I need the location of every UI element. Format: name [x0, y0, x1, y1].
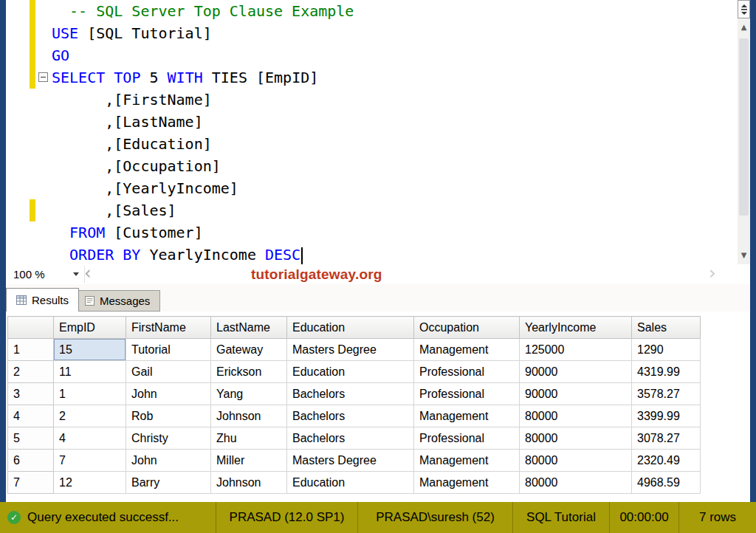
grid-cell[interactable]: 1290 [632, 339, 701, 361]
grid-cell[interactable]: 1 [54, 383, 126, 405]
code-token-keyword: GO [52, 47, 69, 64]
grid-cell[interactable]: 2 [54, 405, 126, 427]
grid-cell[interactable]: John [126, 383, 211, 405]
grid-cell[interactable]: Masters Degree [287, 450, 414, 472]
grid-cell[interactable]: 11 [54, 361, 126, 383]
grid-cell[interactable]: Gail [126, 361, 211, 383]
grid-cell[interactable]: Gateway [211, 339, 287, 361]
code-line[interactable]: -- SQL Server Top Clause Example [52, 0, 735, 22]
column-header-firstname[interactable]: FirstName [126, 317, 211, 339]
grid-cell[interactable]: 4319.99 [632, 361, 701, 383]
grid-cell[interactable]: 80000 [520, 450, 632, 472]
grid-cell[interactable]: 15 [54, 339, 126, 361]
column-header-sales[interactable]: Sales [632, 317, 701, 339]
code-line[interactable]: GO [52, 44, 735, 66]
row-header[interactable]: 4 [8, 405, 54, 427]
zoom-dropdown[interactable]: 100 % [7, 266, 85, 283]
grid-cell[interactable]: Bachelors [287, 405, 414, 427]
grid-cell[interactable]: 12 [54, 472, 126, 494]
query-editor[interactable]: -- SQL Server Top Clause ExampleUSE [SQL… [6, 0, 738, 264]
grid-cell[interactable]: 7 [54, 450, 126, 472]
grid-cell[interactable]: Rob [126, 405, 211, 427]
watermark-text: tutorialgateway.org [251, 264, 382, 284]
scroll-right-icon[interactable]: › [709, 264, 716, 284]
grid-cell[interactable]: Johnson [211, 405, 287, 427]
code-lines[interactable]: -- SQL Server Top Clause ExampleUSE [SQL… [52, 0, 735, 264]
grid-cell[interactable]: Management [414, 472, 520, 494]
grid-cell[interactable]: Management [414, 450, 520, 472]
column-header-empid[interactable]: EmpID [54, 317, 126, 339]
results-tabstrip: Results Messages [6, 284, 750, 312]
grid-cell[interactable]: Education [287, 361, 414, 383]
grid-cell[interactable]: 90000 [520, 383, 632, 405]
code-token-comment: -- SQL Server Top Clause Example [69, 2, 354, 20]
grid-cell[interactable]: Bachelors [287, 427, 414, 450]
grid-cell[interactable]: 4 [54, 427, 126, 450]
grid-cell[interactable]: Management [414, 339, 520, 361]
split-window-handle[interactable] [738, 0, 750, 18]
grid-cell[interactable]: 125000 [520, 339, 632, 361]
row-header[interactable]: 3 [8, 383, 54, 405]
grid-cell[interactable]: Professional [414, 427, 520, 450]
column-header-lastname[interactable]: LastName [211, 317, 287, 339]
grid-cell[interactable]: 90000 [520, 361, 632, 383]
grid-cell[interactable]: 4968.59 [632, 472, 701, 494]
column-header-yearlyincome[interactable]: YearlyIncome [520, 317, 632, 339]
grid-cell[interactable]: Education [287, 472, 414, 494]
code-token-identifier: ,[FirstName] [105, 91, 212, 109]
grid-cell[interactable]: 80000 [520, 472, 632, 494]
code-line[interactable]: ,[FirstName] [52, 89, 735, 111]
grid-cell[interactable]: John [126, 450, 211, 472]
grid-cell[interactable]: Management [414, 405, 520, 427]
column-header-education[interactable]: Education [287, 317, 414, 339]
grid-cell[interactable]: Zhu [211, 427, 287, 450]
grid-cell[interactable]: 80000 [520, 405, 632, 427]
vertical-scrollbar[interactable]: ▲ ▼ [738, 0, 750, 264]
grid-cell[interactable]: Barry [126, 472, 211, 494]
code-line[interactable]: FROM [Customer] [52, 221, 735, 244]
code-line[interactable]: ,[Occupation] [52, 155, 735, 177]
grid-cell[interactable]: Miller [211, 450, 287, 472]
tab-messages-label: Messages [100, 295, 150, 307]
grid-cell[interactable]: Professional [414, 383, 520, 405]
grid-cell[interactable]: 80000 [520, 427, 632, 450]
results-grid[interactable]: EmpIDFirstNameLastNameEducationOccupatio… [6, 312, 750, 502]
code-token-identifier: ,[Sales] [105, 202, 176, 219]
scroll-up-icon[interactable]: ▲ [738, 20, 750, 35]
row-header[interactable]: 2 [8, 361, 54, 383]
grid-cell[interactable]: Professional [414, 361, 520, 383]
grid-cell[interactable]: Tutorial [126, 339, 211, 361]
chevron-down-icon [73, 272, 79, 276]
row-header[interactable]: 6 [8, 450, 54, 472]
code-line[interactable]: ,[Education] [52, 133, 735, 155]
code-line[interactable]: ,[Sales] [52, 199, 735, 221]
column-header-occupation[interactable]: Occupation [414, 317, 520, 339]
code-line[interactable]: SELECT TOP 5 WITH TIES [EmpID] [52, 66, 735, 89]
code-line[interactable]: ,[YearlyIncome] [52, 177, 735, 199]
tab-results[interactable]: Results [6, 288, 79, 312]
grid-cell[interactable]: Christy [126, 427, 211, 450]
grid-cell[interactable]: Erickson [211, 361, 287, 383]
row-header[interactable]: 5 [8, 427, 54, 450]
row-header[interactable]: 7 [8, 472, 54, 494]
row-header[interactable]: 1 [8, 339, 54, 361]
scroll-down-icon[interactable]: ▼ [738, 248, 750, 263]
grid-cell[interactable]: 3399.99 [632, 405, 701, 427]
grid-cell[interactable]: Bachelors [287, 383, 414, 405]
grid-cell[interactable]: Yang [211, 383, 287, 405]
scroll-left-icon[interactable]: ‹ [84, 264, 92, 284]
results-table: EmpIDFirstNameLastNameEducationOccupatio… [7, 316, 701, 494]
grid-corner-cell[interactable] [8, 317, 54, 339]
outline-collapse-box[interactable] [38, 72, 48, 82]
code-line[interactable]: ,[LastName] [52, 111, 735, 133]
code-token-identifier: 5 [140, 69, 167, 86]
grid-cell[interactable]: 3578.27 [632, 383, 701, 405]
tab-messages[interactable]: Messages [75, 290, 160, 312]
code-line[interactable]: ORDER BY YearlyIncome DESC [52, 244, 735, 264]
code-line[interactable]: USE [SQL Tutorial] [52, 22, 735, 44]
scrollbar-thumb[interactable] [739, 38, 749, 216]
grid-cell[interactable]: 3078.27 [632, 427, 701, 450]
grid-cell[interactable]: Johnson [211, 472, 287, 494]
grid-cell[interactable]: Masters Degree [287, 339, 414, 361]
grid-cell[interactable]: 2320.49 [632, 450, 701, 472]
